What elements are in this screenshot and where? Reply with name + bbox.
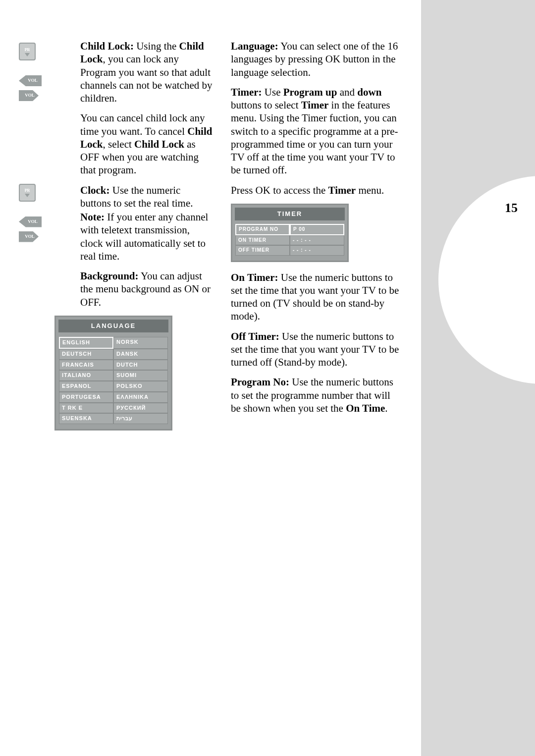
language-label: Language: — [231, 40, 278, 52]
note-paragraph: Note: If you enter any channel with tele… — [80, 211, 213, 263]
language-option: ITALIANO — [59, 370, 113, 381]
remote-cluster-2: PR VOL VOL — [19, 184, 42, 246]
triangle-down-icon — [25, 53, 30, 56]
timer-row: ON TIMER - - : - - — [235, 235, 344, 246]
on-timer-label: On Timer: — [231, 271, 278, 283]
left-column: PR VOL VOL Child Lock: Using the Child L… — [50, 40, 213, 435]
vol-label: VOL — [25, 234, 34, 239]
language-option: DEUTSCH — [59, 349, 113, 360]
language-option: NORSK — [113, 337, 168, 349]
clock-label: Clock: — [80, 184, 110, 196]
vol-label: VOL — [25, 93, 34, 98]
language-option: ENGLISH — [59, 337, 113, 349]
timer-row: OFF TIMER - - : - - — [235, 245, 344, 256]
child-lock-paragraph-2: You can cancel child lock any time you w… — [80, 111, 213, 176]
timer-row-value: - - : - - — [290, 245, 344, 256]
timer-row-label: OFF TIMER — [235, 245, 290, 256]
language-option: עברית — [113, 413, 168, 424]
vol-left-button-icon: VOL — [19, 75, 42, 86]
language-menu-osd: LANGUAGE ENGLISH NORSK DEUTSCH DANSK FRA… — [54, 316, 172, 431]
language-option: ΕΛΛΗΝΙΚΑ — [113, 392, 168, 403]
pr-label: PR — [25, 189, 30, 193]
side-strip — [421, 0, 535, 756]
off-timer-label: Off Timer: — [231, 330, 279, 342]
remote-cluster-1: PR VOL VOL — [19, 43, 42, 105]
background-label: Background: — [80, 270, 138, 282]
language-option: DUTCH — [113, 360, 168, 371]
timer-menu-title: TIMER — [235, 208, 345, 220]
child-lock-label: Child Lock: — [80, 40, 134, 52]
vol-label: VOL — [28, 78, 37, 83]
pr-label: PR — [25, 48, 30, 52]
language-option: SUENSKA — [59, 413, 113, 424]
note-label: Note: — [80, 211, 105, 223]
language-option: POLSKO — [113, 381, 168, 392]
off-timer-paragraph: Off Timer: Use the numeric buttons to se… — [231, 330, 399, 369]
language-option: ESPANOL — [59, 381, 113, 392]
child-lock-paragraph-1: Child Lock: Using the Child Lock, you ca… — [80, 40, 213, 105]
timer-row-label: PROGRAM NO — [235, 224, 290, 235]
language-option: T RK E — [59, 403, 113, 414]
timer-row: PROGRAM NO P 00 — [235, 224, 344, 235]
vol-right-button-icon: VOL — [19, 90, 39, 101]
vol-left-button-icon: VOL — [19, 216, 42, 227]
timer-menu-osd: TIMER PROGRAM NO P 00 ON TIMER - - : - -… — [231, 204, 349, 262]
clock-paragraph: Clock: Use the numeric buttons to set th… — [80, 184, 213, 210]
pr-down-button-icon: PR — [19, 184, 36, 202]
timer-row-label: ON TIMER — [235, 235, 290, 246]
language-option: DANSK — [113, 349, 168, 360]
vol-label: VOL — [28, 219, 37, 224]
program-no-label: Program No: — [231, 376, 289, 388]
language-paragraph: Language: You can select one of the 16 l… — [231, 40, 399, 79]
language-menu-title: LANGUAGE — [58, 320, 168, 332]
on-timer-paragraph: On Timer: Use the numeric buttons to set… — [231, 271, 399, 323]
triangle-down-icon — [25, 194, 30, 197]
press-ok-paragraph: Press OK to access the Timer menu. — [231, 184, 399, 197]
child-lock-section: PR VOL VOL Child Lock: Using the Child L… — [50, 40, 213, 177]
language-option: SUOMI — [113, 370, 168, 381]
page-content: PR VOL VOL Child Lock: Using the Child L… — [50, 40, 406, 435]
program-no-paragraph: Program No: Use the numeric buttons to s… — [231, 376, 399, 415]
side-circle-decoration — [438, 176, 535, 384]
background-paragraph: Background: You can adjust the menu back… — [80, 270, 213, 309]
timer-row-value: P 00 — [290, 224, 344, 235]
language-option: РУССКИЙ — [113, 403, 168, 414]
timer-label: Timer: — [231, 86, 262, 98]
timer-paragraph: Timer: Use Program up and down buttons t… — [231, 86, 399, 177]
clock-section: PR VOL VOL Clock: Use the numeric button… — [50, 184, 213, 309]
pr-down-button-icon: PR — [19, 43, 36, 60]
vol-right-button-icon: VOL — [19, 231, 39, 242]
language-grid: ENGLISH NORSK DEUTSCH DANSK FRANCAIS DUT… — [59, 337, 168, 424]
language-option: PORTUGESA — [59, 392, 113, 403]
timer-row-value: - - : - - — [290, 235, 344, 246]
language-option: FRANCAIS — [59, 360, 113, 371]
right-column: Language: You can select one of the 16 l… — [231, 40, 399, 435]
page-number: 15 — [505, 201, 518, 216]
